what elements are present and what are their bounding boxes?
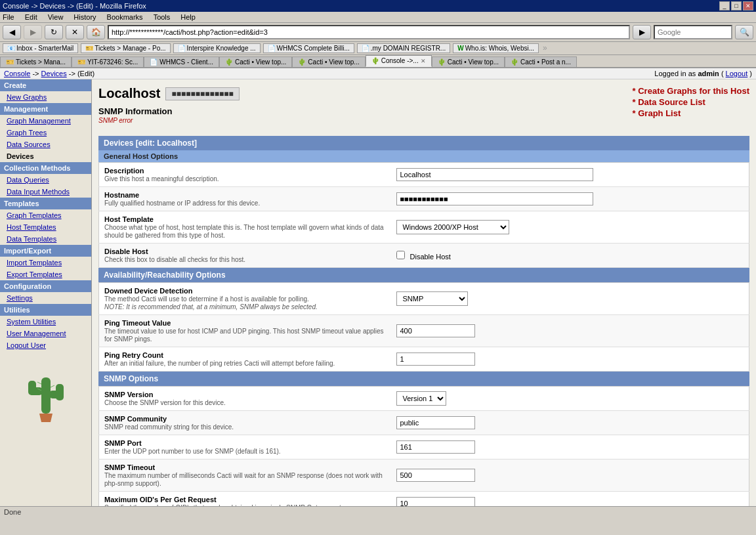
table-row: Description Give this host a meaningful …	[99, 163, 749, 187]
bookmark-inbox-icon: 📧	[7, 45, 15, 52]
sidebar-header-collection[interactable]: Collection Methods	[0, 162, 91, 174]
logout-link[interactable]: Logout	[726, 70, 748, 77]
login-info: Logged in as admin ( Logout )	[654, 70, 752, 77]
sidebar-item-export-templates[interactable]: Export Templates	[0, 268, 91, 280]
sidebar-item-data-templates[interactable]: Data Templates	[0, 233, 91, 245]
sidebar-item-new-graphs[interactable]: New Graphs	[0, 91, 91, 103]
tab-whmcs-client[interactable]: 📄 WHMCS - Client...	[144, 56, 219, 67]
hostname-input[interactable]	[396, 192, 593, 205]
snmp-version-label-cell: SNMP Version Choose the SNMP version for…	[99, 387, 392, 411]
bookmark-tickets[interactable]: 🎫 Tickets > Manage - Po...	[81, 43, 170, 53]
description-label: Description	[104, 167, 386, 175]
hostname-desc: Fully qualified hostname or IP address f…	[104, 200, 260, 207]
sidebar-item-graph-trees[interactable]: Graph Trees	[0, 127, 91, 139]
action-graph-list[interactable]: Graph List	[633, 108, 749, 118]
downed-desc: The method Cacti will use to determine i…	[104, 295, 318, 310]
snmp-timeout-input-cell	[391, 460, 749, 492]
tab-tickets-manage[interactable]: 🎫 Tickets > Mana...	[0, 56, 72, 67]
home-button[interactable]: 🏠	[87, 25, 105, 39]
sidebar-item-devices[interactable]: Devices	[0, 150, 91, 162]
reload-button[interactable]: ↻	[45, 25, 63, 39]
breadcrumb-devices[interactable]: Devices	[41, 70, 67, 77]
sidebar-item-settings[interactable]: Settings	[0, 292, 91, 304]
snmp-port-desc: Enter the UDP port number to use for SNM…	[104, 448, 281, 455]
tab-cacti-view1[interactable]: 🌵 Cacti • View top...	[219, 56, 292, 67]
bookmark-inbox[interactable]: 📧 Inbox - SmarterMail	[3, 43, 78, 53]
snmp-section-title: SNMP Information	[98, 106, 240, 116]
tab-label: Cacti • View top...	[235, 58, 286, 66]
sidebar-item-data-queries[interactable]: Data Queries	[0, 174, 91, 186]
sidebar-item-import-templates[interactable]: Import Templates	[0, 257, 91, 268]
sidebar-item-logout-user[interactable]: Logout User	[0, 339, 91, 351]
disable-host-checkbox[interactable]	[396, 251, 405, 259]
breadcrumb-console[interactable]: Console	[4, 70, 30, 77]
sidebar-header-import-export[interactable]: Import/Export	[0, 245, 91, 257]
bookmark-domain[interactable]: 📄 .my DOMAIN REGISTR...	[357, 43, 450, 53]
menu-history[interactable]: History	[74, 13, 96, 21]
sidebar-item-host-templates[interactable]: Host Templates	[0, 221, 91, 233]
disable-host-desc: Check this box to disable all checks for…	[104, 256, 245, 263]
sidebar-item-graph-management[interactable]: Graph Management	[0, 115, 91, 127]
page-container: Create New Graphs Management Graph Manag…	[0, 79, 756, 506]
action-data-source-list[interactable]: Data Source List	[633, 97, 749, 107]
action-create-graphs[interactable]: Create Graphs for this Host	[633, 86, 749, 96]
breadcrumb-sep2: ->	[69, 70, 77, 77]
sidebar-header-utilities[interactable]: Utilities	[0, 304, 91, 316]
go-button[interactable]: ▶	[633, 25, 651, 39]
logged-in-label: Logged in as	[654, 70, 698, 77]
sidebar-item-data-sources[interactable]: Data Sources	[0, 139, 91, 150]
host-template-select[interactable]: Windows 2000/XP Host Linux Host Generic …	[396, 220, 509, 234]
menu-help[interactable]: Help	[180, 13, 196, 21]
ping-timeout-desc: The timeout value to use for host ICMP a…	[104, 328, 384, 343]
sidebar-item-graph-templates[interactable]: Graph Templates	[0, 209, 91, 221]
max-oids-input[interactable]	[396, 497, 475, 506]
menu-edit[interactable]: Edit	[25, 13, 37, 21]
sidebar-header-configuration[interactable]: Configuration	[0, 280, 91, 292]
back-button[interactable]: ◀	[3, 25, 21, 39]
breadcrumb-sep1: ->	[32, 70, 41, 77]
tab-cacti-view3[interactable]: 🌵 Cacti • View top...	[432, 56, 505, 67]
tab-yit[interactable]: 🎫 YIT-673246: Sc...	[72, 56, 144, 67]
bookmark-domain-label: .my DOMAIN REGISTR...	[371, 45, 446, 52]
table-row: Hostname Fully qualified hostname or IP …	[99, 187, 749, 211]
bookmark-interspire[interactable]: 📄 Interspire Knowledge ...	[173, 43, 261, 53]
downed-detection-select[interactable]: SNMP Ping Ping and SNMP None	[396, 291, 468, 306]
sidebar-logo	[0, 351, 91, 437]
search-box[interactable]	[654, 25, 732, 39]
sidebar-header-templates[interactable]: Templates	[0, 198, 91, 209]
menu-file[interactable]: File	[3, 13, 14, 21]
tab-icon: 🌵	[298, 58, 306, 66]
sidebar-header-management[interactable]: Management	[0, 103, 91, 115]
forward-button[interactable]: ▶	[24, 25, 42, 39]
menu-bookmarks[interactable]: Bookmarks	[107, 13, 143, 21]
downed-label-cell: Downed Device Detection The method Cacti…	[99, 283, 392, 315]
bookmarks-more[interactable]: »	[543, 43, 547, 53]
sidebar-header-create[interactable]: Create	[0, 79, 91, 91]
sidebar-item-system-utilities[interactable]: System Utilities	[0, 316, 91, 328]
snmp-timeout-input[interactable]	[396, 469, 475, 482]
bookmark-whois[interactable]: W Who.is: Whois, Websi...	[453, 43, 539, 53]
search-go-button[interactable]: 🔍	[735, 25, 753, 39]
ping-retry-input[interactable]	[396, 353, 475, 366]
sidebar-item-user-management[interactable]: User Management	[0, 328, 91, 339]
stop-button[interactable]: ✕	[66, 25, 84, 39]
address-bar[interactable]	[108, 25, 630, 39]
close-button[interactable]: ✕	[743, 1, 753, 11]
snmp-community-input[interactable]	[396, 416, 475, 429]
tab-console-active[interactable]: 🌵 Console ->... ✕	[366, 55, 432, 67]
description-input[interactable]	[396, 168, 593, 181]
menu-tools[interactable]: Tools	[154, 13, 171, 21]
sidebar-item-data-input-methods[interactable]: Data Input Methods	[0, 186, 91, 198]
svg-rect-2	[28, 381, 36, 395]
snmp-port-input[interactable]	[396, 440, 475, 454]
menu-view[interactable]: View	[48, 13, 64, 21]
tab-cacti-post[interactable]: 🌵 Cacti • Post a n...	[505, 56, 577, 67]
bookmark-whmcs[interactable]: 📄 WHMCS Complete Billi...	[263, 43, 354, 53]
snmp-community-label-cell: SNMP Community SNMP read community strin…	[99, 411, 392, 435]
tab-cacti-view2[interactable]: 🌵 Cacti • View top...	[292, 56, 365, 67]
snmp-version-select[interactable]: Version 1 Version 2 Version 3	[396, 391, 446, 406]
maximize-button[interactable]: □	[731, 1, 742, 11]
minimize-button[interactable]: _	[719, 1, 730, 11]
ping-timeout-input[interactable]	[396, 324, 475, 337]
tab-close-button[interactable]: ✕	[421, 58, 426, 64]
